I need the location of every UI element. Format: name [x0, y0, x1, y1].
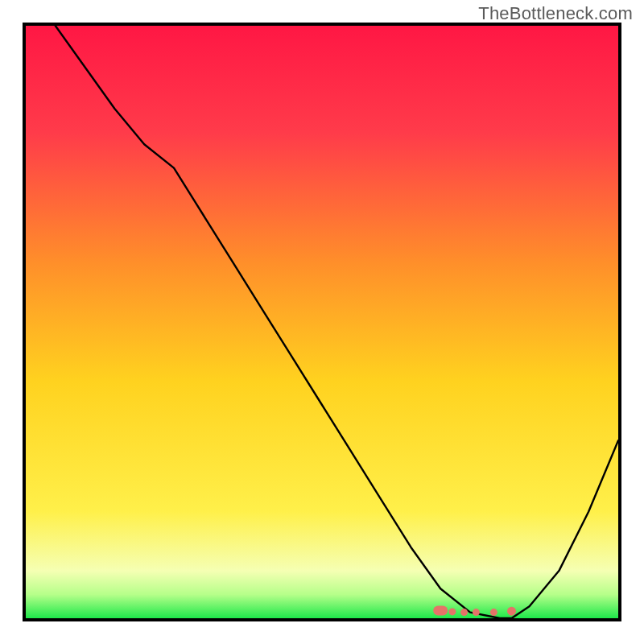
svg-rect-1	[433, 605, 448, 615]
chart-frame: TheBottleneck.com	[0, 0, 644, 644]
svg-point-3	[460, 609, 468, 616]
svg-point-2	[448, 608, 456, 615]
watermark-text: TheBottleneck.com	[478, 3, 633, 24]
bottleneck-curve	[26, 26, 618, 618]
optimal-range-markers	[433, 605, 516, 616]
svg-point-6	[507, 607, 516, 616]
svg-point-4	[473, 609, 480, 616]
plot-area	[23, 23, 621, 621]
svg-point-5	[490, 609, 497, 616]
